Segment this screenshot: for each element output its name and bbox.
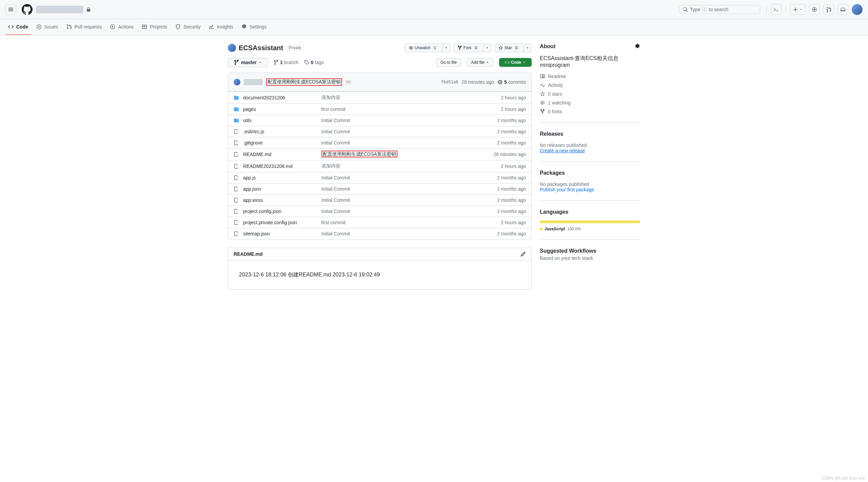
search-input[interactable]: Type / to search <box>679 5 760 14</box>
hamburger-button[interactable] <box>5 4 16 15</box>
file-name-link[interactable]: .gitignore <box>243 140 263 146</box>
file-name-link[interactable]: pages <box>243 107 256 112</box>
unwatch-count: 1 <box>432 46 438 50</box>
language-item[interactable]: JavaScript 100.0% <box>540 227 640 231</box>
file-commit-msg[interactable]: first commit <box>321 220 346 225</box>
file-icon <box>234 186 239 192</box>
triangle-down-icon <box>486 46 489 50</box>
file-commit-msg[interactable]: Initial Commit <box>321 209 350 214</box>
fork-menu[interactable] <box>484 43 491 52</box>
about-settings-button[interactable] <box>635 44 640 49</box>
unwatch-menu[interactable] <box>442 43 450 52</box>
pulls-global-button[interactable] <box>823 4 834 15</box>
branch-name: master <box>241 60 257 65</box>
forks-link[interactable]: 0 forks <box>540 109 640 114</box>
file-icon <box>234 152 239 157</box>
add-file-button[interactable]: Add file <box>467 58 494 67</box>
file-commit-msg[interactable]: Initial Commit <box>321 140 350 146</box>
fork-button[interactable]: Fork 0 <box>453 43 484 52</box>
star-button[interactable]: Star 0 <box>494 43 524 52</box>
file-commit-msg[interactable]: Initial Commit <box>321 175 350 180</box>
commit-more-button[interactable]: ··· <box>346 80 351 84</box>
branches-link[interactable]: 1 branch <box>273 60 299 65</box>
tab-actions[interactable]: Actions <box>107 19 136 35</box>
user-avatar[interactable] <box>852 4 863 15</box>
eye-icon <box>409 45 413 50</box>
notifications-button[interactable] <box>837 4 848 15</box>
tags-link[interactable]: 0 tags <box>304 60 324 65</box>
file-name-link[interactable]: .eslintrc.js <box>243 129 264 134</box>
repo-name[interactable]: ECSAssistant <box>239 44 283 52</box>
repo-breadcrumb[interactable] <box>36 6 91 13</box>
branch-select[interactable]: master <box>228 58 268 67</box>
tab-security-label: Security <box>183 24 201 30</box>
file-row: app.wxssInitial Commit2 months ago <box>228 194 531 206</box>
lock-icon <box>86 7 91 12</box>
readme-title[interactable]: README.md <box>234 251 263 257</box>
command-palette-button[interactable] <box>771 4 782 15</box>
unwatch-label: Unwatch <box>415 45 431 50</box>
gear-icon <box>635 44 640 49</box>
file-name-link[interactable]: README20231206.md <box>243 163 293 169</box>
file-name-link[interactable]: sitemap.json <box>243 231 270 236</box>
readme-link[interactable]: Readme <box>540 74 640 79</box>
file-commit-msg[interactable]: 添加内容 <box>321 95 340 100</box>
file-row: project.private.config.jsonfirst commit2… <box>228 217 531 228</box>
unwatch-button[interactable]: Unwatch 1 <box>404 43 442 52</box>
create-release-link[interactable]: Create a new release <box>540 148 585 153</box>
triangle-down-icon <box>486 61 489 64</box>
go-to-file-button[interactable]: Go to file <box>436 58 461 67</box>
tab-issues[interactable]: Issues <box>34 19 61 35</box>
create-new-button[interactable] <box>790 4 806 15</box>
file-row: sitemap.jsonInitial Commit2 months ago <box>228 228 531 239</box>
commit-ago[interactable]: 28 minutes ago <box>461 79 494 85</box>
file-commit-msg[interactable]: first commit <box>321 107 346 112</box>
tab-code[interactable]: Code <box>5 19 31 35</box>
packages-block: Packages No packages published Publish y… <box>540 170 640 201</box>
file-commit-msg[interactable]: 配置使用刚刚生成ECDSA算法密钥 <box>321 151 397 157</box>
file-name-link[interactable]: utils <box>243 118 252 123</box>
commit-sha[interactable]: fbd51a8 <box>441 80 458 84</box>
pencil-icon <box>520 251 526 257</box>
commits-count: 5 <box>504 79 507 85</box>
file-commit-msg[interactable]: 添加内容 <box>321 163 340 169</box>
github-logo[interactable] <box>22 4 33 15</box>
inbox-icon <box>840 7 846 12</box>
file-name-link[interactable]: app.json <box>243 186 261 192</box>
tab-settings[interactable]: Settings <box>239 19 270 35</box>
file-commit-msg[interactable]: Initial Commit <box>321 231 350 236</box>
file-commit-msg[interactable]: Initial Commit <box>321 118 350 123</box>
fork-label: Fork <box>463 45 472 50</box>
file-name-link[interactable]: app.wxss <box>243 197 263 203</box>
publish-package-link[interactable]: Publish your first package <box>540 187 594 192</box>
file-name-link[interactable]: project.config.json <box>243 209 281 214</box>
issues-global-button[interactable] <box>809 4 820 15</box>
commits-link[interactable]: 5 commits <box>497 79 526 85</box>
tab-insights[interactable]: Insights <box>206 19 236 35</box>
file-name-link[interactable]: project.private.config.json <box>243 220 297 225</box>
watching-link[interactable]: 1 watching <box>540 100 640 105</box>
file-commit-msg[interactable]: Initial Commit <box>321 129 350 134</box>
code-button[interactable]: Code <box>499 58 532 67</box>
file-name-link[interactable]: app.js <box>243 175 256 180</box>
file-row: pagesfirst commit2 hours ago <box>228 103 531 115</box>
branches-count: 1 <box>280 60 283 65</box>
latest-commit-bar: 配置使用刚刚生成ECDSA算法密钥 ··· fbd51a8 28 minutes… <box>228 73 532 92</box>
activity-link[interactable]: Activity <box>540 82 640 88</box>
triangle-down-icon <box>522 61 526 64</box>
pr-icon <box>66 24 72 30</box>
file-commit-msg[interactable]: Initial Commit <box>321 186 350 192</box>
tab-pulls[interactable]: Pull requests <box>63 19 104 35</box>
tab-security[interactable]: Security <box>173 19 203 35</box>
fork-count: 0 <box>473 46 479 50</box>
stars-link[interactable]: 0 stars <box>540 91 640 97</box>
edit-readme-button[interactable] <box>520 251 526 257</box>
commit-author-avatar[interactable] <box>234 79 240 85</box>
folder-icon <box>234 95 239 100</box>
tab-projects[interactable]: Projects <box>139 19 170 35</box>
file-commit-msg[interactable]: Initial Commit <box>321 197 350 203</box>
file-name-link[interactable]: document20231206 <box>243 95 285 100</box>
commit-message[interactable]: 配置使用刚刚生成ECDSA算法密钥 <box>266 78 342 86</box>
star-menu[interactable] <box>524 43 532 52</box>
file-name-link[interactable]: README.md <box>243 152 271 157</box>
